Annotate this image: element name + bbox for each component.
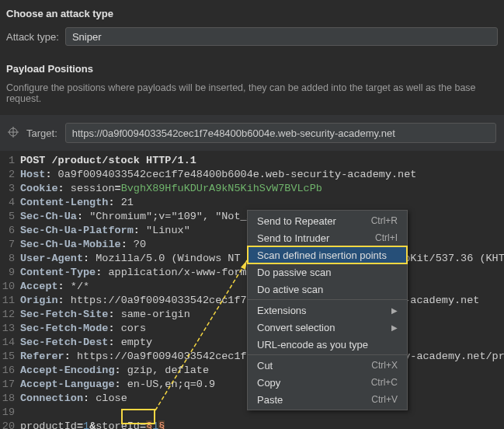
line-number: 4 <box>0 196 20 210</box>
line-content: Sec-Ch-Ua-Mobile: ?0 <box>20 238 146 252</box>
line-content: Sec-Fetch-Dest: empty <box>20 336 152 350</box>
line-number: 19 <box>0 406 20 420</box>
line-content: Accept: */* <box>20 280 89 294</box>
menu-item-label: Paste <box>257 394 283 406</box>
payload-positions-title: Payload Positions <box>6 63 498 75</box>
attack-type-select[interactable]: Sniper <box>65 27 498 46</box>
attack-type-section: Choose an attack type Attack type: Snipe… <box>0 0 504 49</box>
line-content: Connection: close <box>20 392 127 406</box>
line-number: 6 <box>0 224 20 238</box>
menu-item-label: Extensions <box>257 305 307 316</box>
attack-type-value: Sniper <box>72 31 102 43</box>
menu-item-label: Convert selection <box>257 322 335 333</box>
chevron-right-icon: ▶ <box>391 306 398 315</box>
menu-item-label: Send to Intruder <box>257 232 329 244</box>
editor-line[interactable]: 4Content-Length: 21 <box>0 196 504 210</box>
menu-item-cut[interactable]: CutCtrl+X <box>248 357 407 374</box>
menu-item-label: Cut <box>257 360 273 371</box>
chevron-right-icon: ▶ <box>391 323 398 332</box>
line-number: 15 <box>0 350 20 364</box>
line-number: 5 <box>0 210 20 224</box>
menu-item-url-encode-as-you-type[interactable]: URL-encode as you type <box>248 336 407 353</box>
target-value: https://0a9f0094033542cec1f7e48400b6004e… <box>72 127 395 139</box>
line-number: 12 <box>0 308 20 322</box>
line-number: 7 <box>0 238 20 252</box>
line-number: 20 <box>0 420 20 429</box>
menu-shortcut: Ctrl+X <box>371 360 398 371</box>
menu-item-send-to-intruder[interactable]: Send to IntruderCtrl+I <box>248 229 407 246</box>
menu-item-send-to-repeater[interactable]: Send to RepeaterCtrl+R <box>248 212 407 229</box>
menu-shortcut: Ctrl+V <box>371 394 398 405</box>
menu-item-label: Scan defined insertion points <box>257 249 387 261</box>
line-content: Sec-Fetch-Site: same-origin <box>20 308 190 322</box>
target-label: Target: <box>26 127 57 139</box>
menu-shortcut: Ctrl+R <box>371 215 398 226</box>
editor-line[interactable]: 1POST /product/stock HTTP/1.1 <box>0 154 504 168</box>
line-number: 11 <box>0 294 20 308</box>
target-input[interactable]: https://0a9f0094033542cec1f7e48400b6004e… <box>65 123 496 143</box>
menu-shortcut: Ctrl+C <box>371 377 398 388</box>
editor-line[interactable]: 2Host: 0a9f0094033542cec1f7e48400b6004e.… <box>0 168 504 182</box>
payload-positions-section: Payload Positions Configure the position… <box>0 49 504 107</box>
line-number: 13 <box>0 322 20 336</box>
line-number: 9 <box>0 266 20 280</box>
line-content: Sec-Ch-Ua-Platform: "Linux" <box>20 224 190 238</box>
line-number: 2 <box>0 168 20 182</box>
line-number: 17 <box>0 378 20 392</box>
context-menu: Send to RepeaterCtrl+RSend to IntruderCt… <box>247 210 408 410</box>
line-content: Accept-Encoding: gzip, deflate <box>20 364 209 378</box>
payload-marker-highlight <box>121 409 155 424</box>
menu-item-label: URL-encode as you type <box>257 339 368 351</box>
menu-item-scan-defined-insertion-points[interactable]: Scan defined insertion points <box>248 246 407 263</box>
menu-item-label: Do passive scan <box>257 267 331 278</box>
menu-item-copy[interactable]: CopyCtrl+C <box>248 374 407 391</box>
line-number: 14 <box>0 336 20 350</box>
line-content: Cookie: session=BvghX89HfuKDUrA9kN5KihSv… <box>20 182 322 196</box>
crosshair-icon[interactable] <box>8 127 19 140</box>
line-content: Accept-Language: en-US,en;q=0.9 <box>20 378 215 392</box>
menu-item-do-active-scan[interactable]: Do active scan <box>248 281 407 298</box>
line-content: Sec-Fetch-Mode: cors <box>20 322 146 336</box>
menu-shortcut: Ctrl+I <box>375 232 398 243</box>
menu-item-label: Do active scan <box>257 284 323 295</box>
line-content: POST /product/stock HTTP/1.1 <box>20 154 196 168</box>
menu-item-label: Copy <box>257 377 280 389</box>
menu-separator <box>248 299 407 300</box>
line-number: 18 <box>0 392 20 406</box>
menu-item-convert-selection[interactable]: Convert selection▶ <box>248 319 407 336</box>
target-row: Target: https://0a9f0094033542cec1f7e484… <box>0 115 504 151</box>
menu-item-do-passive-scan[interactable]: Do passive scan <box>248 263 407 281</box>
attack-type-title: Choose an attack type <box>6 8 498 19</box>
line-content: Host: 0a9f0094033542cec1f7e48400b6004e.w… <box>20 168 416 182</box>
menu-item-extensions[interactable]: Extensions▶ <box>248 302 407 319</box>
attack-type-label: Attack type: <box>6 31 59 43</box>
editor-line[interactable]: 3Cookie: session=BvghX89HfuKDUrA9kN5KihS… <box>0 182 504 196</box>
payload-positions-desc: Configure the positions where payloads w… <box>6 82 498 104</box>
menu-separator <box>248 354 407 355</box>
editor-line[interactable]: 20productId=1&storeId=§1§ <box>0 420 504 429</box>
line-number: 16 <box>0 364 20 378</box>
line-number: 3 <box>0 182 20 196</box>
line-number: 10 <box>0 280 20 294</box>
menu-item-paste[interactable]: PasteCtrl+V <box>248 391 407 408</box>
line-content: Content-Length: 21 <box>20 196 134 210</box>
line-number: 1 <box>0 154 20 168</box>
line-number: 8 <box>0 252 20 266</box>
menu-item-label: Send to Repeater <box>257 215 336 227</box>
